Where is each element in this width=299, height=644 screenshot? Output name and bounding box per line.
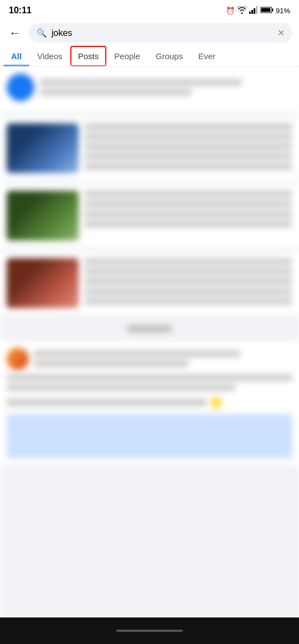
- post-thumbnail-1: [7, 123, 79, 173]
- back-button[interactable]: ←: [7, 24, 23, 43]
- main-content: 🌟: [0, 67, 299, 632]
- result-card-3: [0, 184, 299, 247]
- battery-percent: 91%: [276, 7, 290, 15]
- result-card-5: 🌟: [0, 341, 299, 465]
- result-card-2: [0, 117, 299, 180]
- tab-events[interactable]: Ever: [190, 46, 223, 66]
- tab-all[interactable]: All: [3, 46, 29, 66]
- tab-groups[interactable]: Groups: [148, 46, 190, 66]
- tab-people[interactable]: People: [106, 46, 148, 66]
- tab-videos[interactable]: Videos: [29, 46, 70, 66]
- avatar-sm: [7, 348, 29, 370]
- result-card-4: [0, 252, 299, 315]
- svg-rect-1: [251, 10, 253, 14]
- search-input[interactable]: jokes: [51, 28, 273, 38]
- image-block: [7, 414, 292, 458]
- search-icon: 🔍: [37, 28, 47, 38]
- alarm-icon: ⏰: [226, 7, 235, 15]
- result-card-1: [0, 67, 299, 112]
- signal-icon: [249, 6, 258, 15]
- post-thumbnail-2: [7, 191, 79, 240]
- svg-rect-5: [272, 8, 273, 11]
- search-bar[interactable]: 🔍 jokes ✕: [29, 23, 292, 43]
- tab-posts[interactable]: Posts: [70, 46, 107, 66]
- see-more-bar: [7, 319, 292, 339]
- wifi-icon: [237, 6, 247, 15]
- battery-icon: [260, 7, 274, 15]
- avatar: [7, 74, 34, 101]
- status-time: 10:11: [9, 6, 32, 15]
- svg-rect-0: [249, 12, 251, 14]
- search-bar-container: ← 🔍 jokes ✕: [0, 20, 299, 46]
- status-bar: 10:11 ⏰ 91%: [0, 0, 299, 20]
- svg-rect-6: [261, 8, 270, 12]
- filter-tabs: All Videos Posts People Groups Ever: [0, 46, 299, 67]
- status-icons: ⏰ 91%: [226, 6, 290, 15]
- svg-rect-3: [256, 6, 257, 14]
- post-thumbnail-3: [7, 258, 79, 308]
- clear-button[interactable]: ✕: [277, 28, 285, 38]
- svg-rect-2: [254, 8, 255, 14]
- home-indicator: [116, 630, 183, 632]
- emoji-icon: 🌟: [209, 395, 224, 410]
- bottom-bar: [0, 617, 299, 644]
